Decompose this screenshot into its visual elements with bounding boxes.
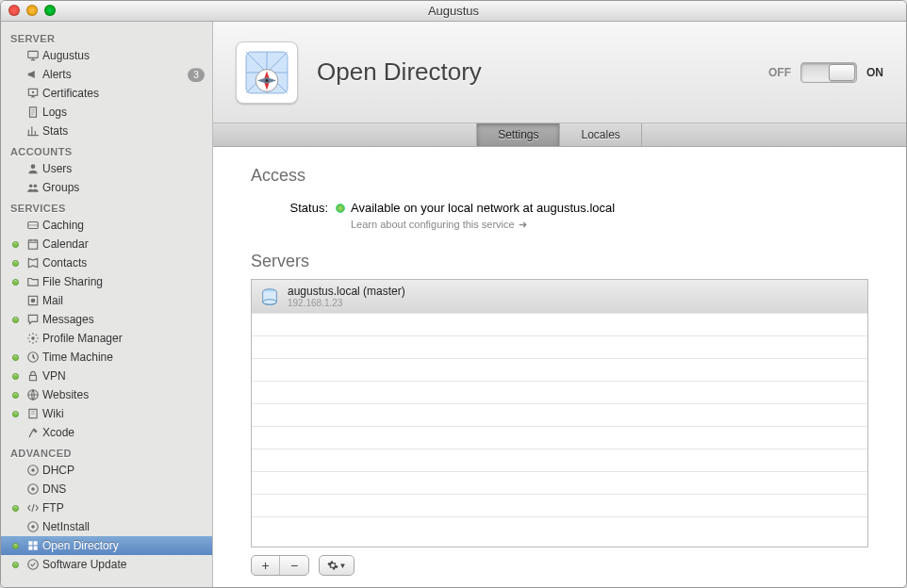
- sidebar-item-label: Alerts: [42, 68, 72, 81]
- sidebar-item-label: Certificates: [42, 87, 99, 100]
- tab-locales[interactable]: Locales: [559, 123, 641, 146]
- svg-point-6: [34, 185, 38, 188]
- svg-rect-24: [28, 547, 32, 550]
- sidebar-item-open-directory[interactable]: Open Directory: [1, 536, 212, 555]
- sidebar-item-logs[interactable]: Logs: [1, 103, 212, 122]
- empty-row: [252, 314, 867, 336]
- open-directory-icon: [236, 41, 298, 104]
- status-row: Status: Available on your local network …: [272, 201, 868, 231]
- tab-settings[interactable]: Settings: [476, 123, 560, 146]
- close-button[interactable]: [8, 5, 20, 16]
- net-icon: [25, 482, 41, 497]
- hammer-icon: [25, 425, 41, 440]
- titlebar[interactable]: Augustus: [1, 1, 906, 22]
- sidebar-item-label: Augustus: [42, 49, 90, 62]
- monitor-icon: [25, 48, 41, 63]
- sidebar-item-wiki[interactable]: Wiki: [1, 404, 212, 423]
- sidebar-item-users[interactable]: Users: [1, 159, 212, 178]
- net-icon: [25, 463, 41, 478]
- status-label: Status:: [272, 201, 328, 215]
- sidebar-item-label: Caching: [42, 219, 84, 232]
- status-dot-icon: [12, 317, 19, 323]
- sidebar-item-ftp[interactable]: FTP: [1, 498, 212, 517]
- sidebar-item-time-machine[interactable]: Time Machine: [1, 348, 212, 367]
- sidebar-item-contacts[interactable]: Contacts: [1, 253, 212, 272]
- empty-row: [252, 449, 867, 472]
- sidebar-item-stats[interactable]: Stats: [1, 122, 212, 140]
- sidebar-item-label: DHCP: [42, 464, 74, 477]
- traffic-lights: [8, 5, 56, 16]
- sidebar-item-label: File Sharing: [42, 275, 103, 288]
- sidebar-item-profile-manager[interactable]: Profile Manager: [1, 329, 212, 348]
- ftp-icon: [25, 500, 41, 515]
- list-action-bar: + − ▼: [251, 555, 868, 576]
- server-row[interactable]: augustus.local (master)192.168.1.23: [252, 280, 867, 314]
- chevron-down-icon: ▼: [339, 562, 347, 570]
- gear-icon: [327, 560, 338, 571]
- sidebar-item-caching[interactable]: Caching: [1, 216, 212, 235]
- svg-point-5: [29, 185, 33, 188]
- sidebar-item-label: Contacts: [42, 256, 87, 270]
- sidebar-item-mail[interactable]: Mail: [1, 291, 212, 310]
- svg-point-21: [31, 525, 35, 529]
- remove-server-button[interactable]: −: [280, 556, 308, 575]
- sidebar-item-netinstall[interactable]: NetInstall: [1, 517, 212, 536]
- sidebar-item-label: Software Update: [42, 558, 126, 571]
- sidebar-section-header: ADVANCED: [1, 442, 212, 461]
- book-icon: [25, 255, 41, 270]
- clock-icon: [25, 350, 41, 365]
- sidebar-item-messages[interactable]: Messages: [1, 310, 212, 329]
- net-icon: [25, 519, 41, 534]
- sidebar-item-label: Logs: [42, 106, 67, 119]
- service-switch[interactable]: [800, 62, 857, 83]
- svg-point-31: [265, 78, 268, 81]
- status-dot-icon: [12, 505, 19, 512]
- sidebar-item-label: Mail: [42, 294, 63, 307]
- sidebar-item-certificates[interactable]: Certificates: [1, 84, 212, 103]
- sidebar-item-groups[interactable]: Groups: [1, 178, 212, 197]
- servers-heading: Servers: [251, 252, 868, 271]
- sidebar-item-file-sharing[interactable]: File Sharing: [1, 272, 212, 291]
- switch-on-label: ON: [866, 66, 883, 79]
- folder-icon: [25, 274, 41, 289]
- svg-rect-22: [28, 541, 32, 545]
- switch-off-label: OFF: [768, 66, 791, 79]
- sidebar-item-augustus[interactable]: Augustus: [1, 46, 212, 65]
- add-remove-segment: + −: [251, 555, 309, 576]
- service-header: Open Directory OFF ON: [213, 22, 906, 123]
- group-icon: [25, 180, 41, 195]
- zoom-button[interactable]: [44, 5, 56, 16]
- minimize-button[interactable]: [26, 5, 38, 16]
- sidebar-item-label: Wiki: [42, 407, 64, 420]
- dir-icon: [25, 538, 41, 553]
- sidebar-item-dhcp[interactable]: DHCP: [1, 461, 212, 480]
- sidebar: SERVERAugustusAlerts3CertificatesLogsSta…: [1, 22, 213, 587]
- empty-row: [252, 495, 867, 517]
- server-list[interactable]: augustus.local (master)192.168.1.23: [251, 279, 868, 547]
- lock-icon: [25, 368, 41, 384]
- svg-point-11: [31, 336, 35, 340]
- update-icon: [25, 557, 41, 572]
- status-dot-icon: [12, 260, 19, 267]
- empty-row: [252, 427, 867, 449]
- sidebar-item-label: VPN: [42, 369, 66, 383]
- action-menu-button[interactable]: ▼: [319, 555, 355, 576]
- add-server-button[interactable]: +: [252, 556, 280, 575]
- sidebar-item-vpn[interactable]: VPN: [1, 367, 212, 385]
- sidebar-item-label: Users: [42, 162, 72, 175]
- svg-rect-0: [28, 51, 39, 57]
- sidebar-item-calendar[interactable]: Calendar: [1, 235, 212, 253]
- bubble-icon: [25, 312, 41, 327]
- svg-point-2: [32, 91, 34, 93]
- sidebar-item-software-update[interactable]: Software Update: [1, 555, 212, 574]
- sidebar-item-label: Open Directory: [42, 539, 119, 552]
- svg-rect-13: [30, 375, 37, 380]
- learn-link[interactable]: Learn about configuring this service➜: [351, 219, 615, 231]
- sidebar-item-xcode[interactable]: Xcode: [1, 423, 212, 442]
- gear-icon: [25, 331, 41, 346]
- sidebar-item-alerts[interactable]: Alerts3: [1, 65, 212, 84]
- sidebar-item-label: Stats: [42, 124, 68, 138]
- sidebar-item-dns[interactable]: DNS: [1, 480, 212, 498]
- sidebar-item-websites[interactable]: Websites: [1, 385, 212, 404]
- sidebar-section-header: SERVICES: [1, 197, 212, 216]
